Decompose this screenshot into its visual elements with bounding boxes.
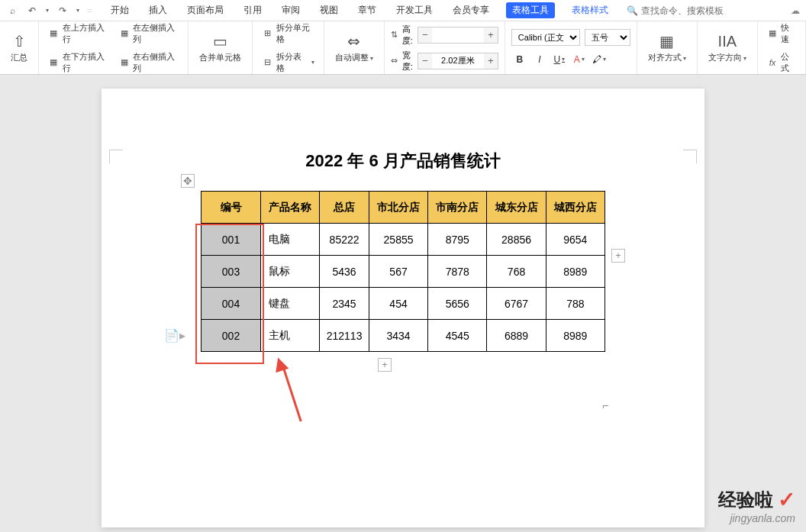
height-input[interactable] bbox=[435, 31, 481, 40]
table-cell[interactable]: 768 bbox=[487, 256, 546, 288]
find-icon[interactable]: ⌕ bbox=[6, 5, 18, 17]
tab-page-layout[interactable]: 页面布局 bbox=[184, 2, 227, 18]
merge-cells-button[interactable]: ▭ 合并单元格 bbox=[195, 31, 246, 65]
search-input[interactable] bbox=[641, 5, 733, 16]
table-cell[interactable]: 电脑 bbox=[261, 224, 320, 256]
table-cell[interactable]: 9654 bbox=[546, 224, 604, 256]
table-move-handle[interactable]: ✥ bbox=[181, 174, 195, 188]
th-east[interactable]: 城东分店 bbox=[487, 192, 546, 224]
th-name[interactable]: 产品名称 bbox=[261, 192, 320, 224]
split-cell-icon: ⊞ bbox=[262, 27, 273, 40]
table-cell[interactable]: 键盘 bbox=[261, 288, 320, 320]
table-cell[interactable]: 5656 bbox=[428, 288, 487, 320]
tab-review[interactable]: 审阅 bbox=[279, 2, 303, 18]
merge-label: 合并单元格 bbox=[199, 52, 241, 63]
table-cell[interactable]: 3434 bbox=[369, 320, 427, 352]
tab-references[interactable]: 引用 bbox=[240, 2, 265, 18]
font-color-button[interactable]: A▾ bbox=[571, 52, 588, 67]
table-row: 002主机2121133434454568898989 bbox=[202, 320, 605, 352]
table-cell[interactable]: 002 bbox=[202, 320, 261, 352]
tab-member[interactable]: 会员专享 bbox=[450, 2, 492, 18]
tab-dev-tools[interactable]: 开发工具 bbox=[393, 2, 436, 18]
table-cell[interactable]: 8795 bbox=[428, 224, 487, 256]
bold-button[interactable]: B bbox=[511, 52, 528, 67]
undo-icon[interactable]: ↶ bbox=[26, 5, 38, 17]
add-col-button[interactable]: + bbox=[378, 358, 392, 372]
table-cell[interactable]: 567 bbox=[369, 256, 427, 288]
split-table-button[interactable]: ⊟拆分表格▾ bbox=[259, 50, 318, 76]
ribbon: ⇧ 汇总 ▦在上方插入行 ▦在左侧插入列 ▦在下方插入行 ▦在右侧插入列 ▭ 合… bbox=[0, 21, 806, 75]
th-south[interactable]: 市南分店 bbox=[428, 192, 487, 224]
width-increase[interactable]: + bbox=[484, 53, 498, 69]
quick-icon: ▦ bbox=[767, 27, 778, 40]
document-title: 2022 年 6 月产品销售统计 bbox=[102, 150, 704, 172]
table-cell[interactable]: 4545 bbox=[428, 320, 487, 352]
merge-icon: ▭ bbox=[213, 32, 227, 50]
italic-button[interactable]: I bbox=[531, 52, 548, 67]
table-cell[interactable]: 2345 bbox=[320, 288, 369, 320]
redo-icon[interactable]: ↷ bbox=[56, 5, 69, 17]
insert-col-left-button[interactable]: ▦在左侧插入列 bbox=[116, 21, 182, 47]
add-row-button[interactable]: + bbox=[611, 249, 625, 263]
width-input-wrap: − + bbox=[418, 53, 498, 69]
width-input[interactable] bbox=[435, 56, 481, 66]
tab-view[interactable]: 视图 bbox=[317, 2, 341, 18]
table-cell[interactable]: 6889 bbox=[487, 320, 546, 352]
table-cell[interactable]: 788 bbox=[546, 288, 604, 320]
table-cell[interactable]: 85222 bbox=[320, 224, 369, 256]
check-icon: ✓ bbox=[778, 487, 795, 512]
table-cell[interactable]: 003 bbox=[202, 256, 261, 288]
font-size-select[interactable]: 五号 bbox=[585, 29, 630, 46]
th-west[interactable]: 城西分店 bbox=[546, 192, 604, 224]
underline-button[interactable]: U▾ bbox=[551, 52, 568, 67]
margin-corner-tl bbox=[109, 150, 123, 163]
table-cell[interactable]: 004 bbox=[202, 288, 261, 320]
auto-fit-button[interactable]: ⇔ 自动调整▾ bbox=[330, 31, 378, 65]
search-box[interactable]: 🔍 bbox=[627, 5, 733, 16]
table-cell[interactable]: 鼠标 bbox=[261, 256, 320, 288]
table-cell[interactable]: 212113 bbox=[320, 320, 369, 352]
split-cells-button[interactable]: ⊞拆分单元格 bbox=[259, 21, 318, 47]
table-cell[interactable]: 5436 bbox=[320, 256, 369, 288]
table-cell[interactable]: 主机 bbox=[261, 320, 320, 352]
table-cell[interactable]: 7878 bbox=[428, 256, 487, 288]
tab-insert[interactable]: 插入 bbox=[146, 2, 170, 18]
table-cell[interactable]: 28856 bbox=[487, 224, 546, 256]
table-cell[interactable]: 8989 bbox=[546, 320, 604, 352]
text-direction-button[interactable]: IIA 文字方向▾ bbox=[704, 31, 751, 65]
summary-button[interactable]: ⇧ 汇总 bbox=[6, 31, 32, 65]
align-label: 对齐方式▾ bbox=[648, 52, 686, 63]
tab-start[interactable]: 开始 bbox=[108, 2, 132, 18]
height-decrease[interactable]: − bbox=[418, 27, 432, 43]
fx-icon: fx bbox=[767, 56, 778, 69]
table-cell[interactable]: 001 bbox=[202, 224, 261, 256]
tab-chapter[interactable]: 章节 bbox=[355, 2, 379, 18]
tab-table-tools[interactable]: 表格工具 bbox=[506, 2, 555, 18]
table-cell[interactable]: 25855 bbox=[369, 224, 427, 256]
highlight-button[interactable]: 🖍▾ bbox=[591, 52, 608, 67]
align-button[interactable]: ▦ 对齐方式▾ bbox=[643, 31, 691, 65]
th-main[interactable]: 总店 bbox=[320, 192, 369, 224]
th-id[interactable]: 编号 bbox=[202, 192, 261, 224]
table-cell[interactable]: 454 bbox=[369, 288, 427, 320]
page-side-icon[interactable]: 📄▸ bbox=[164, 328, 185, 343]
table-row: 003鼠标543656778787688989 bbox=[202, 256, 605, 288]
th-north[interactable]: 市北分店 bbox=[369, 192, 427, 224]
width-decrease[interactable]: − bbox=[418, 53, 432, 69]
cloud-icon[interactable]: ☁ bbox=[791, 5, 800, 16]
table-cell[interactable]: 8989 bbox=[546, 256, 604, 288]
annotation-arrow-head bbox=[272, 356, 289, 373]
col-left-icon: ▦ bbox=[119, 27, 131, 40]
insert-row-below-button[interactable]: ▦在下方插入行 bbox=[45, 50, 111, 76]
table-cell[interactable]: 6767 bbox=[487, 288, 546, 320]
insert-col-right-button[interactable]: ▦在右侧插入列 bbox=[116, 50, 182, 76]
data-table[interactable]: 编号 产品名称 总店 市北分店 市南分店 城东分店 城西分店 001电脑8522… bbox=[201, 191, 605, 352]
quick-calc-button[interactable]: ▦快速 bbox=[764, 21, 799, 47]
table-resize-handle[interactable]: ⌐ bbox=[602, 399, 613, 410]
font-name-select[interactable]: Calibri (正文) bbox=[511, 29, 580, 46]
insert-row-above-button[interactable]: ▦在上方插入行 bbox=[45, 21, 111, 47]
width-label: 宽度: bbox=[402, 50, 413, 73]
tab-table-style[interactable]: 表格样式 bbox=[569, 2, 611, 18]
height-increase[interactable]: + bbox=[484, 27, 498, 43]
formula-button[interactable]: fx公式 bbox=[764, 50, 799, 76]
